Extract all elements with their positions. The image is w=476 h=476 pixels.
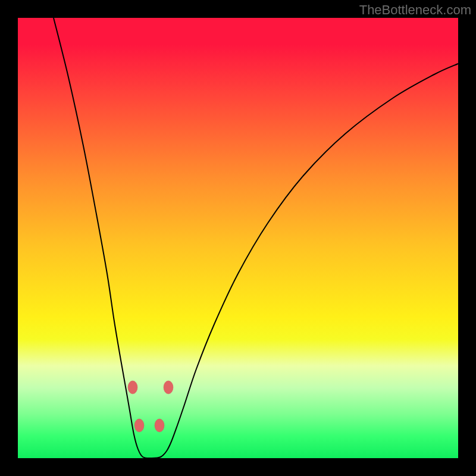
chart-frame: TheBottleneck.com [0, 0, 476, 476]
curve-marker [164, 381, 173, 394]
curve-marker [128, 381, 137, 394]
curve-svg [18, 18, 458, 458]
curve-marker [155, 419, 164, 432]
watermark-text: TheBottleneck.com [359, 2, 471, 18]
curve-marker [134, 419, 144, 432]
markers-group [128, 381, 173, 432]
bottleneck-curve [54, 18, 458, 458]
plot-area [18, 18, 458, 458]
